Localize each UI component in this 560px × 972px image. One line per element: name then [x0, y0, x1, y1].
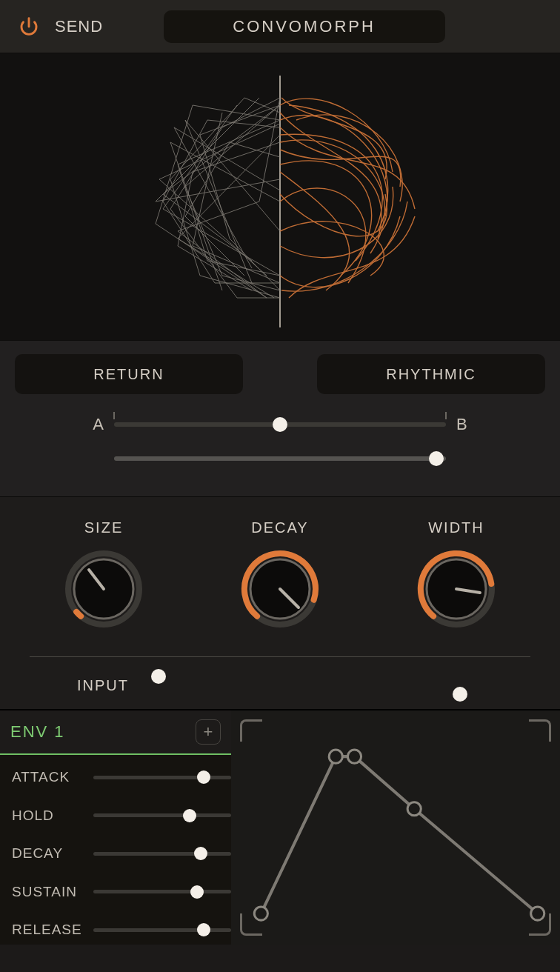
- morph-blend-thumb[interactable]: [273, 417, 287, 432]
- morph-a-label: A: [22, 415, 104, 434]
- env-param-row: SUSTAIN: [12, 877, 231, 907]
- morph-amount-thumb[interactable]: [429, 451, 444, 466]
- input-label: INPUT: [33, 677, 129, 694]
- env-sustain-slider[interactable]: [93, 890, 231, 893]
- slider-thumb[interactable]: [183, 809, 196, 822]
- frame-corner-icon: [529, 719, 551, 742]
- size-knob[interactable]: [63, 548, 144, 630]
- plus-icon: +: [204, 722, 213, 742]
- preset-b-button[interactable]: RHYTHMIC: [317, 354, 545, 394]
- send-label: SEND: [55, 17, 103, 36]
- env-param-row: DECAY: [12, 839, 231, 868]
- header-bar: SEND CONVOMORPH: [0, 0, 560, 53]
- env-param-label: DECAY: [12, 845, 86, 862]
- morph-blend-slider[interactable]: [114, 422, 446, 427]
- slider-thumb[interactable]: [197, 923, 210, 936]
- svg-point-12: [347, 750, 361, 763]
- width-label: WIDTH: [382, 519, 530, 536]
- decay-knob[interactable]: [239, 548, 321, 630]
- morph-panel: RETURN RHYTHMIC A B: [0, 341, 560, 497]
- frame-corner-icon: [240, 913, 262, 936]
- preset-a-button[interactable]: RETURN: [15, 354, 243, 394]
- envelope-panel: ENV 1 + ATTACKHOLDDECAYSUSTAINRELEASE: [0, 709, 560, 945]
- decay-label: DECAY: [206, 519, 354, 536]
- power-icon[interactable]: [16, 14, 41, 39]
- morph-amount-slider[interactable]: [114, 456, 446, 461]
- env-attack-slider[interactable]: [93, 776, 231, 779]
- size-label: SIZE: [30, 519, 178, 536]
- env-param-label: RELEASE: [12, 922, 86, 938]
- svg-point-11: [329, 750, 342, 763]
- frame-corner-icon: [240, 719, 262, 742]
- divider: [30, 656, 530, 657]
- input-amount-thumb[interactable]: [453, 687, 467, 702]
- input-gain-thumb[interactable]: [151, 669, 166, 684]
- env-decay-slider[interactable]: [93, 852, 231, 856]
- env-release-slider[interactable]: [93, 928, 231, 932]
- effect-title[interactable]: CONVOMORPH: [164, 10, 445, 43]
- params-panel: SIZE DECAY WIDTH: [0, 497, 560, 709]
- envelope-graph[interactable]: [231, 710, 560, 945]
- slider-thumb[interactable]: [197, 770, 210, 784]
- slider-thumb[interactable]: [194, 847, 207, 860]
- svg-point-13: [407, 802, 421, 816]
- morph-b-label: B: [456, 415, 538, 434]
- env-param-row: RELEASE: [12, 915, 231, 945]
- env-param-label: HOLD: [12, 808, 86, 824]
- env-param-label: SUSTAIN: [12, 884, 86, 900]
- env-param-row: ATTACK: [12, 762, 231, 792]
- visual-sphere: [0, 53, 560, 341]
- env-tab[interactable]: ENV 1: [10, 722, 65, 742]
- frame-corner-icon: [529, 913, 551, 936]
- envelope-curve: [231, 710, 560, 945]
- env-param-row: HOLD: [12, 801, 231, 830]
- width-knob[interactable]: [416, 548, 497, 630]
- env-hold-slider[interactable]: [93, 813, 231, 817]
- slider-thumb[interactable]: [190, 885, 204, 899]
- add-env-button[interactable]: +: [196, 719, 221, 745]
- env-param-label: ATTACK: [12, 769, 86, 785]
- morph-visualizer: [0, 53, 560, 341]
